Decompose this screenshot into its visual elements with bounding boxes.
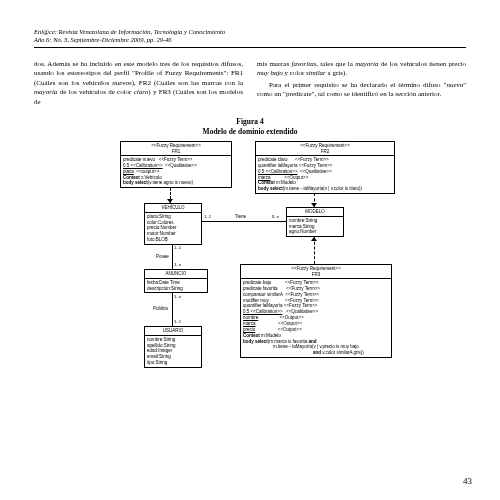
class-name: MODELO (287, 208, 343, 216)
attr: precio (243, 327, 255, 332)
paper-header: Enl@ce: Revista Venezolana de Informació… (34, 28, 466, 48)
attr: nombre (243, 315, 258, 320)
figure-number: Figura 4 (34, 117, 466, 127)
arrow-icon (311, 237, 317, 241)
txt-italic: muy bajo (257, 69, 283, 77)
text-columns: dos. Además se ha incluido en este model… (34, 60, 466, 107)
uml-body: predicate bajo <<Fuzzy Term>> predicate … (241, 279, 391, 357)
attr-stereo: <<output>> (136, 169, 159, 174)
uml-diagram: <<Fuzzy Requirement>> FR1 predicate nuev… (90, 141, 410, 416)
mult: 1..n (174, 294, 181, 299)
uml-modelo: MODELO nombre:String marca:String agno:N… (286, 207, 344, 237)
uml-body: nombre:String marca:String agno:Number (287, 217, 343, 237)
uml-body: placa:String color:Colores precio:Number… (145, 213, 201, 244)
arrow-icon (167, 199, 173, 203)
attr-stereo: <<Fuzzy Term>> (285, 280, 319, 285)
attr: predicate favorita (243, 286, 278, 291)
attr: modifier muy (243, 298, 269, 303)
class-name: ANUNCIO (145, 270, 207, 278)
txt-italic: nuevo (446, 81, 463, 89)
class-name: FR3 (243, 272, 389, 277)
txt: a gris). (326, 69, 347, 77)
page-number: 43 (463, 476, 472, 486)
attr: predicate bajo (243, 280, 271, 285)
class-name: FR1 (123, 149, 229, 154)
txt: de los vehículos tienen precio (379, 60, 467, 68)
attr-stereo: <<Output>> (284, 175, 308, 180)
attr: marca (243, 321, 256, 326)
attr: quantifier laMayoría (243, 303, 283, 308)
figure-caption: Figura 4 Modelo de dominio extendido (34, 117, 466, 137)
attr: 0.5 <<Calibration>> (123, 163, 163, 168)
attr: tipo:String (147, 360, 199, 366)
uml-anuncio: ANUNCIO fecha:Date Time descripción:Stri… (144, 269, 208, 293)
attr-stereo: <<Output>> (280, 315, 304, 320)
class-name: FR2 (258, 149, 392, 154)
rel-label-publica: Publica (153, 306, 168, 311)
uml-title: <<Fuzzy Requirement>> FR3 (241, 265, 391, 279)
attr-stereo: <<Fuzzy Term>> (285, 298, 319, 303)
attr: marca (258, 175, 271, 180)
assoc-tiene (202, 221, 286, 222)
txt-italic: similar (306, 69, 326, 77)
right-column: mis marcas favoritas, tales que la mayor… (257, 60, 466, 107)
body-kw: body select (123, 180, 148, 185)
uml-body: predicate nuevo <<Fuzzy Term>> 0.5 <<Cal… (121, 156, 231, 187)
class-name: VEHÍCULO (145, 204, 201, 212)
rel-label-posee: Posee (156, 254, 169, 259)
mult: 0..n (272, 214, 279, 219)
attr: foto:BLOB (147, 237, 199, 243)
uml-usuario: USUARIO nombre:String apellido:String ed… (144, 326, 202, 368)
txt: mis marcas (257, 60, 291, 68)
attr: comparator similarA (243, 292, 283, 297)
assoc-publica (172, 293, 173, 326)
uml-vehiculo: VEHÍCULO placa:String color:Colores prec… (144, 203, 202, 245)
txt: Para el primer requisito se ha declarado… (269, 81, 446, 89)
attr-stereo: <<Qualitative>> (165, 163, 197, 168)
txt-italic: mayoría (34, 88, 57, 96)
attr: predicate claro (258, 157, 288, 162)
left-column: dos. Además se ha incluido en este model… (34, 60, 243, 107)
uml-body: predicate claro <<Fuzzy Term>> quantifie… (256, 156, 394, 193)
attr: predicate nuevo (123, 157, 155, 162)
txt: y color (283, 69, 306, 77)
txt-italic: claro (134, 88, 149, 96)
mult: 1..1 (204, 214, 211, 219)
mult: 1..1 (174, 319, 181, 324)
uml-body: fecha:Date Time descripción:String (145, 279, 207, 293)
attr: agno:Number (289, 229, 341, 235)
txt-italic: mayoría (355, 60, 378, 68)
dep-fr3-modelo (314, 237, 315, 264)
attr-stereo: <<Qualitative>> (286, 309, 318, 314)
attr-stereo: <<Fuzzy Term>> (284, 303, 318, 308)
attr: 0.5 <<Calibration>> (243, 309, 283, 314)
attr-stereo: <<Fuzzy Term>> (286, 286, 320, 291)
assoc-posee (172, 244, 173, 269)
attr: placa (123, 169, 134, 174)
attr-stereo: <<Fuzzy Term>> (295, 157, 329, 162)
mult: 1..n (174, 262, 181, 267)
issue-info: Año 6: No. 3, Septiembre-Diciembre 2009,… (34, 36, 466, 44)
uml-fr2: <<Fuzzy Requirement>> FR2 predicate clar… (255, 141, 395, 194)
uml-fr1: <<Fuzzy Requirement>> FR1 predicate nuev… (120, 141, 232, 188)
txt: de los vehículos de color (57, 88, 133, 96)
attr-stereo: <<Output>> (278, 321, 302, 326)
attr: descripción:String (147, 286, 205, 292)
attr-stereo: <<Qualitative>> (300, 169, 332, 174)
attr-stereo: <<Output>> (278, 327, 302, 332)
txt-italic: favoritas (291, 60, 316, 68)
attr-stereo: <<Fuzzy Term>> (299, 163, 333, 168)
arrow-icon (311, 203, 317, 207)
attr: quantifier laMayoría (258, 163, 298, 168)
uml-body: nombre:String apellido:String edad:Integ… (145, 336, 201, 367)
uml-fr3: <<Fuzzy Requirement>> FR3 predicate bajo… (240, 264, 392, 358)
attr-stereo: <<Fuzzy Term>> (285, 292, 319, 297)
uml-title: <<Fuzzy Requirement>> FR2 (256, 142, 394, 156)
attr: 0.5 <<Calibration>> (258, 169, 298, 174)
txt: ), FR2 (Cuáles son las marcas con la (132, 79, 243, 87)
journal-title: Enl@ce: Revista Venezolana de Informació… (34, 28, 466, 36)
txt: , tales que la (316, 60, 355, 68)
mult: 1..1 (174, 245, 181, 250)
txt-italic: nuevos (112, 79, 131, 87)
figure-title: Modelo de dominio extendido (34, 127, 466, 137)
